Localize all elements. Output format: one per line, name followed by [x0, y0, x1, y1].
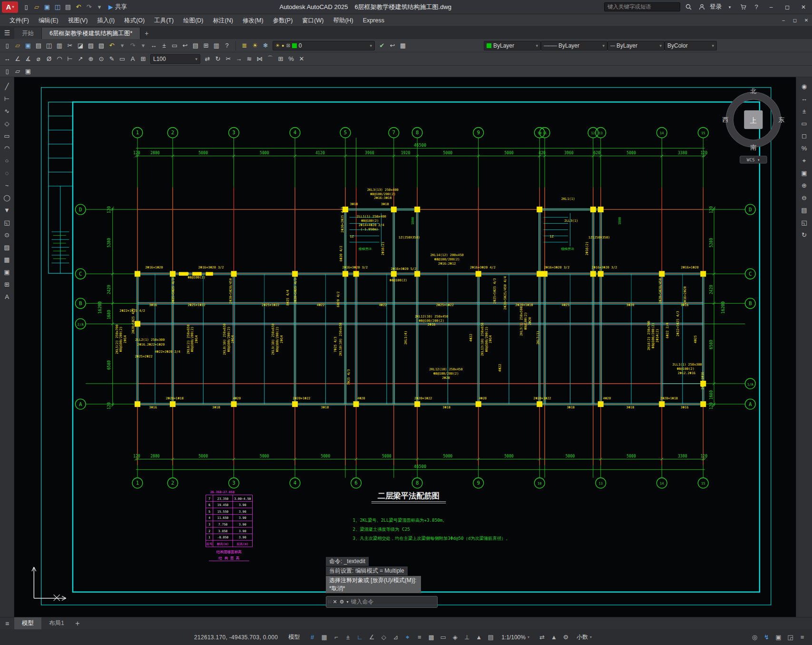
tab-layout1[interactable]: 布局1 — [41, 617, 72, 630]
graphics-performance-icon[interactable]: ↯ — [761, 632, 773, 643]
grid-icon[interactable]: # — [306, 632, 318, 643]
minimize-button[interactable]: – — [764, 1, 778, 13]
match-properties-icon[interactable]: ▧ — [96, 40, 107, 51]
menu-item[interactable]: 工具(T) — [149, 14, 178, 27]
mtext-icon[interactable]: A — [127, 54, 138, 64]
menu-item[interactable]: 插入(I) — [92, 14, 119, 27]
search-icon[interactable] — [683, 2, 694, 12]
dynamic-input-icon[interactable]: ± — [342, 632, 354, 643]
object-snap-tracking-icon[interactable]: ⊿ — [390, 632, 401, 643]
erase-icon[interactable]: ✕ — [296, 54, 307, 64]
rotate-icon[interactable]: ↻ — [213, 54, 223, 64]
offset-icon[interactable]: ≋ — [244, 54, 254, 64]
table-icon[interactable]: ⊞ — [1, 279, 13, 290]
annotation-scale-icon[interactable]: ▲ — [548, 632, 560, 643]
polar-tracking-icon[interactable]: ∠ — [366, 632, 378, 643]
layer-dropdown[interactable]: ☀ ● ⊠ 0 ▾ — [273, 41, 375, 50]
zoom-extents-icon[interactable]: ◱ — [799, 217, 810, 228]
trim-icon[interactable]: ✂ — [223, 54, 234, 64]
new-icon[interactable]: ▯ — [2, 40, 12, 51]
multiline-text-icon[interactable]: A — [1, 291, 13, 302]
center-mark-icon[interactable]: ⊙ — [96, 54, 107, 64]
command-bar[interactable]: ∷ ✕ ⚙ ▾ 键入命令 — [326, 596, 438, 608]
workspace-settings-icon[interactable]: ⚙ — [560, 632, 572, 643]
hatch-icon[interactable]: ▨ — [1, 242, 13, 253]
construction-line-icon[interactable]: ⊢ — [1, 93, 13, 104]
login-dropdown-icon[interactable]: ▾ — [724, 2, 735, 12]
zoom-window-icon[interactable]: ▭ — [799, 118, 810, 129]
security-icon[interactable]: ▣ — [773, 632, 784, 643]
command-customize-icon[interactable]: ⚙ — [340, 599, 344, 605]
layer-freeze-icon[interactable]: ❄ — [260, 40, 271, 51]
zoom-previous-icon[interactable]: ↩ — [180, 40, 190, 51]
search-input[interactable]: 键入关键字或短语 — [604, 2, 680, 11]
layer-states-icon[interactable]: ▦ — [398, 40, 408, 51]
user-icon[interactable] — [696, 2, 707, 12]
command-input[interactable]: 键入命令 — [351, 598, 373, 606]
zoom-realtime-icon[interactable]: ± — [799, 106, 810, 117]
arc-icon[interactable]: ◠ — [1, 143, 13, 154]
selection-cycling-icon[interactable]: ▭ — [437, 632, 449, 643]
zoom-center-icon[interactable]: ⌖ — [799, 155, 810, 166]
pan-icon[interactable]: ↔ — [148, 40, 159, 51]
table-icon[interactable]: ⊞ — [138, 54, 148, 64]
file-tabs-menu-icon[interactable]: ☰ — [0, 27, 14, 39]
dim-aligned-icon[interactable]: ∠ — [12, 54, 23, 64]
help-icon[interactable]: ? — [222, 40, 232, 51]
tolerance-icon[interactable]: ⊕ — [86, 54, 96, 64]
dim-diameter-icon[interactable]: Ø — [44, 54, 54, 64]
tab-model[interactable]: 模型 — [14, 617, 41, 630]
design-center-icon[interactable]: ⊞ — [201, 40, 211, 51]
spline-icon[interactable]: ~ — [1, 180, 13, 191]
model-space-button[interactable]: 模型 — [288, 633, 300, 641]
command-close-icon[interactable]: ✕ — [333, 599, 337, 605]
store-icon[interactable] — [738, 2, 748, 12]
move-icon[interactable]: ⇄ — [202, 54, 213, 64]
ortho-mode-icon[interactable]: ∟ — [354, 632, 366, 643]
clean-screen-icon[interactable]: ◲ — [784, 632, 796, 643]
layer-properties-icon[interactable]: ≣ — [239, 40, 250, 51]
make-block-icon[interactable]: ◱ — [1, 217, 13, 228]
layer-previous-icon[interactable]: ↩ — [387, 40, 398, 51]
object-snap-icon[interactable]: ⌖ — [401, 632, 413, 643]
annotation-scale-dropdown[interactable]: 1:1/100% ▾ — [501, 634, 529, 641]
object-isolate-icon[interactable]: ◎ — [749, 632, 761, 643]
polygon-icon[interactable]: ◇ — [1, 118, 13, 129]
gradient-icon[interactable]: ▦ — [1, 254, 13, 265]
infer-constraints-icon[interactable]: ⌐ — [330, 632, 342, 643]
pan-icon[interactable]: ↔ — [799, 93, 810, 104]
login-button[interactable]: 登录 — [710, 3, 722, 11]
drawing-svg[interactable]: 1202880500050004120396019205000500042039… — [14, 77, 796, 617]
plot-icon[interactable]: ▤ — [33, 40, 44, 51]
fillet-icon[interactable]: ⌒ — [265, 54, 275, 64]
lineweight-dropdown[interactable]: — ByLayer ▾ — [607, 41, 665, 50]
zoom-object-icon[interactable]: ▣ — [799, 168, 810, 179]
region-icon[interactable]: ▣ — [1, 267, 13, 278]
drawing-canvas[interactable]: 1202880500050004120396019205000500042039… — [14, 77, 796, 617]
isometric-drafting-icon[interactable]: ◇ — [378, 632, 390, 643]
tab-document[interactable]: 6层框架教学楼建筑结构施工图* — [42, 28, 140, 39]
scale-icon[interactable]: % — [286, 54, 296, 64]
mirror-icon[interactable]: ⋈ — [254, 54, 265, 64]
redo-icon[interactable]: ↷ — [127, 40, 138, 51]
menu-item[interactable]: 格式(O) — [119, 14, 149, 27]
tab-start[interactable]: 开始 — [14, 28, 42, 39]
zoom-out-icon[interactable]: ⊖ — [799, 192, 810, 203]
layer-on-off-icon[interactable]: ☀ — [250, 40, 260, 51]
annotation-visibility-icon[interactable]: ▲ — [473, 632, 485, 643]
dim-linear-icon[interactable]: ↔ — [2, 54, 12, 64]
leader-icon[interactable]: ↗ — [75, 54, 86, 64]
make-layer-current-icon[interactable]: ✔ — [377, 40, 387, 51]
transparency-icon[interactable]: ▩ — [425, 632, 437, 643]
menu-item[interactable]: 标注(N) — [208, 14, 238, 27]
copy-icon[interactable]: ◪ — [75, 40, 86, 51]
point-icon[interactable]: ⊙ — [1, 229, 13, 240]
menu-item[interactable]: 编辑(E) — [34, 14, 63, 27]
cut-icon[interactable]: ✂ — [65, 40, 75, 51]
plot-style-dropdown[interactable]: ByColor ▾ — [665, 41, 717, 50]
share-button[interactable]: ▶ 共享 — [108, 3, 127, 11]
switch-space-icon[interactable]: ⇄ — [536, 632, 548, 643]
snap-mode-icon[interactable]: ▦ — [318, 632, 330, 643]
zoom-all-icon[interactable]: ▤ — [799, 205, 810, 216]
publish-icon[interactable]: ▥ — [54, 40, 65, 51]
